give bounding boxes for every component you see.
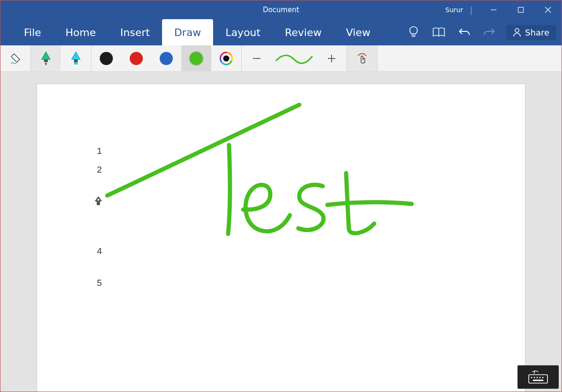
touch-keyboard-button[interactable] — [518, 365, 559, 389]
color-green[interactable] — [181, 45, 211, 71]
line-number: 2 — [97, 165, 102, 175]
svg-rect-14 — [529, 375, 547, 383]
color-black[interactable] — [91, 45, 121, 71]
svg-rect-5 — [44, 59, 48, 62]
color-red[interactable] — [121, 45, 151, 71]
canvas-area: 1 2 4 5 — [0, 72, 562, 392]
redo-button[interactable] — [477, 19, 502, 45]
svg-rect-7 — [74, 62, 78, 65]
document-page[interactable]: 1 2 4 5 — [37, 84, 525, 392]
book-icon — [432, 27, 445, 37]
svg-point-9 — [223, 55, 229, 61]
plus-icon — [327, 54, 336, 63]
text-cursor-icon — [94, 196, 103, 209]
line-number: 5 — [97, 278, 102, 288]
tab-review[interactable]: Review — [273, 19, 334, 45]
close-button[interactable] — [534, 0, 562, 19]
color-blue[interactable] — [151, 45, 181, 71]
color-custom[interactable] — [211, 45, 241, 71]
line-number: 4 — [97, 246, 102, 256]
share-label: Share — [525, 28, 549, 37]
window-controls — [480, 0, 562, 19]
highlighter-tool[interactable] — [61, 45, 91, 71]
close-icon — [545, 7, 551, 13]
ribbon-right-controls: Share — [401, 19, 562, 45]
toolbar-separator — [377, 45, 377, 71]
minimize-button[interactable] — [480, 0, 507, 19]
ink-drawing — [74, 94, 430, 253]
title-separator: | — [470, 5, 473, 15]
app-window: Document Surur | File Home Insert Draw L… — [0, 0, 562, 392]
tab-layout[interactable]: Layout — [213, 19, 273, 45]
pen-icon — [40, 51, 52, 66]
wave-preview-icon — [274, 53, 314, 64]
swatch-green-icon — [190, 52, 203, 65]
touch-draw-toggle[interactable] — [347, 45, 377, 71]
swatch-red-icon — [130, 52, 143, 65]
undo-icon — [458, 27, 470, 37]
tab-file[interactable]: File — [12, 19, 53, 45]
title-bar: Document Surur | — [0, 0, 562, 19]
thickness-preview — [272, 45, 317, 71]
read-mode-button[interactable] — [427, 19, 451, 45]
user-name[interactable]: Surur — [445, 6, 463, 14]
maximize-button[interactable] — [507, 0, 534, 19]
pen-tool[interactable] — [31, 45, 61, 71]
document-title: Document — [263, 6, 299, 14]
swatch-blue-icon — [160, 52, 173, 65]
undo-button[interactable] — [452, 19, 476, 45]
color-wheel-icon — [219, 51, 234, 66]
draw-toolbar — [0, 45, 562, 72]
redo-icon — [483, 27, 495, 37]
eraser-tool[interactable] — [0, 45, 30, 71]
lightbulb-icon — [408, 26, 419, 39]
share-button[interactable]: Share — [506, 25, 556, 40]
touch-draw-icon — [355, 51, 369, 65]
tab-home[interactable]: Home — [53, 19, 108, 45]
svg-point-4 — [515, 29, 519, 32]
keyboard-icon — [528, 370, 548, 384]
person-icon — [513, 28, 521, 37]
minimize-icon — [490, 7, 497, 13]
svg-rect-6 — [74, 59, 78, 62]
maximize-icon — [518, 7, 524, 13]
tell-me-button[interactable] — [401, 19, 426, 45]
minus-icon — [252, 54, 261, 63]
ribbon-tabs: File Home Insert Draw Layout Review View — [0, 19, 562, 45]
svg-point-13 — [97, 199, 99, 201]
eraser-icon — [8, 51, 22, 65]
tab-view[interactable]: View — [334, 19, 383, 45]
tab-insert[interactable]: Insert — [108, 19, 162, 45]
swatch-black-icon — [100, 52, 113, 65]
thickness-increase[interactable] — [317, 45, 347, 71]
thickness-decrease[interactable] — [242, 45, 272, 71]
line-number: 1 — [97, 146, 102, 156]
svg-rect-1 — [518, 7, 524, 13]
highlighter-icon — [70, 51, 82, 66]
tab-draw[interactable]: Draw — [162, 19, 213, 45]
